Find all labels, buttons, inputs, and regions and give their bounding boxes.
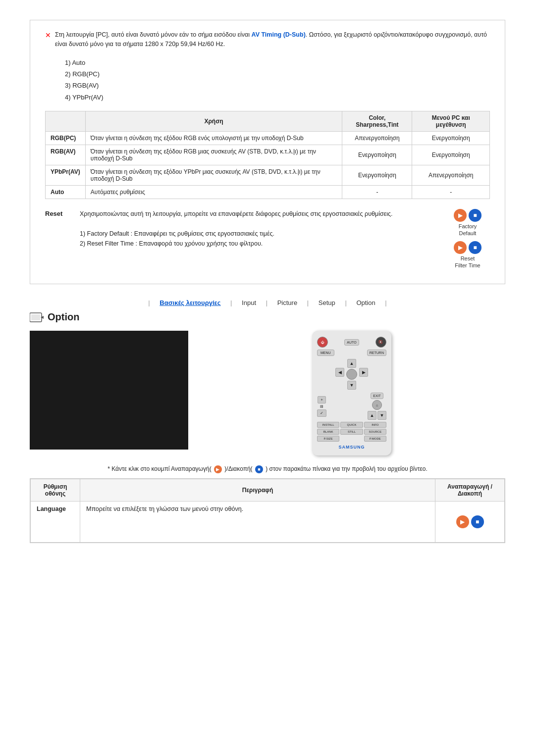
table-cell-col3: Απενεργοποίηση <box>412 165 490 186</box>
reset-filter-label: ResetFilter Time <box>455 255 480 269</box>
note-text-part3: ) στον παρακάτω πίνακα για την προβολή τ… <box>266 465 427 472</box>
quick-button[interactable]: QUICK <box>340 422 363 428</box>
psize-button[interactable]: P.SIZE <box>317 436 339 442</box>
source-button[interactable]: SOURCE <box>364 429 386 435</box>
table-header-usage: Χρήση <box>85 111 342 132</box>
auto-button[interactable]: AUTO <box>344 339 359 346</box>
up-button[interactable]: ▲ <box>347 359 356 368</box>
dpad-top-row: ▲ <box>347 359 356 368</box>
notice-highlight: AV Timing (D-Sub) <box>252 31 306 38</box>
play-icon: ▶ <box>214 465 222 473</box>
exit-button[interactable]: EXIT <box>371 393 383 399</box>
vol-label: ▤ <box>320 404 323 408</box>
reset-label: Reset <box>45 209 70 217</box>
remote-menu-row: MENU RETURN <box>317 350 386 356</box>
table-row: YPbPr(AV) Όταν γίνεται η σύνδεση της εξό… <box>46 165 490 186</box>
vol-down-button[interactable]: ▼ <box>377 411 386 420</box>
nav-item-picture[interactable]: Picture <box>277 299 297 306</box>
notice-icon: ✕ <box>45 31 51 39</box>
projector-display-image <box>30 331 188 450</box>
input-table: Χρήση Color, Sharpness,Tint Μενού PC και… <box>45 111 490 199</box>
settings-row-language: Language Μπορείτε να επιλέξετε τη γλώσσα… <box>31 502 505 543</box>
language-setting-description: Μπορείτε να επιλέξετε τη γλώσσα των μενο… <box>80 502 435 543</box>
factory-default-play-btn[interactable]: ▶ <box>454 209 467 222</box>
reset-description: Χρησιμοποιώντας αυτή τη λειτουργία, μπορ… <box>80 209 435 219</box>
table-cell-col3: Ενεργοποίηση <box>412 132 490 145</box>
table-cell-col2: Ενεργοποίηση <box>342 145 412 165</box>
table-header-menu: Μενού PC και μεγέθυνση <box>412 111 490 132</box>
table-cell-usage: Όταν γίνεται η σύνδεση της εξόδου YPbPr … <box>85 165 342 186</box>
factory-default-stop-btn[interactable]: ■ <box>469 209 482 222</box>
language-btn-area: ▶ ■ <box>441 505 498 538</box>
right-button[interactable]: ▶ <box>359 368 368 377</box>
mute-button[interactable]: 🔇 <box>375 337 386 348</box>
list-item: 4) YPbPr(AV) <box>65 92 490 103</box>
list-item: 3) RGB(AV) <box>65 80 490 91</box>
pmode-button[interactable]: P.MODE <box>364 436 386 442</box>
vol-up-button[interactable]: ▲ <box>368 411 376 420</box>
nav-separator: | <box>230 299 232 306</box>
table-cell-usage: Αυτόματες ρυθμίσεις <box>85 186 342 199</box>
reset-buttons: ▶ ■ FactoryDefault ▶ ■ ResetFilter Time <box>445 209 490 269</box>
language-setting-controls: ▶ ■ <box>435 502 505 543</box>
install-button[interactable]: INSTALL <box>317 422 339 428</box>
extra-button[interactable]: ⌂ <box>372 400 382 410</box>
option-content: ⏻ AUTO 🔇 MENU RETURN ▲ <box>30 331 505 455</box>
nav-item-setup[interactable]: Setup <box>319 299 335 306</box>
option-page-icon <box>30 312 44 323</box>
language-play-btn[interactable]: ▶ <box>456 515 469 528</box>
nav-separator: | <box>307 299 309 306</box>
d-pad: ▲ ◀ ▶ ▼ <box>334 359 369 390</box>
still-button[interactable]: STILL <box>340 429 363 435</box>
settings-header-name: Ρύθμιση οθόνης <box>31 479 80 502</box>
left-button[interactable]: ◀ <box>335 368 344 377</box>
table-cell-col2: Απενεργοποίηση <box>342 132 412 145</box>
settings-header-controls: Αναπαραγωγή / Διακοπή <box>435 479 505 502</box>
nav-separator: | <box>148 299 150 306</box>
option-section: Option ⏻ AUTO 🔇 MENU <box>30 311 505 455</box>
table-cell-col3: - <box>412 186 490 199</box>
table-cell-label: RGB(AV) <box>46 145 86 165</box>
settings-header-desc: Περιγραφή <box>80 479 435 502</box>
info-button[interactable]: INFO <box>364 422 386 428</box>
power-button[interactable]: ⏻ <box>317 337 328 348</box>
down-button[interactable]: ▼ <box>347 381 356 390</box>
list-item: 1) Auto <box>65 57 490 68</box>
dpad-bottom-row: ▼ <box>347 381 356 390</box>
remote-control: ⏻ AUTO 🔇 MENU RETURN ▲ <box>312 331 391 455</box>
nav-item-input[interactable]: Input <box>242 299 256 306</box>
note-bar: * Κάντε κλικ στο κουμπί Αναπαραγωγή( ▶ )… <box>30 465 505 473</box>
nav-separator: | <box>345 299 346 306</box>
nav-item-basic[interactable]: Βασικές λειτουργίες <box>160 299 220 306</box>
svg-marker-2 <box>41 316 44 319</box>
language-setting-name: Language <box>31 502 80 543</box>
nav-separator: | <box>385 299 386 306</box>
table-row: RGB(PC) Όταν γίνεται η σύνδεση της εξόδο… <box>46 132 490 145</box>
table-cell-usage: Όταν γίνεται η σύνδεση της εξόδου RGB εν… <box>85 132 342 145</box>
table-cell-label: YPbPr(AV) <box>46 165 86 186</box>
vol-exit-row: + ▤ ✓ EXIT ⌂ ▲ ▼ <box>317 393 386 420</box>
table-header-empty <box>46 111 86 132</box>
navigation-bar: | Βασικές λειτουργίες | Input | Picture … <box>15 299 520 306</box>
option-header: Option <box>30 311 505 323</box>
list-items: 1) Auto 2) RGB(PC) 3) RGB(AV) 4) YPbPr(A… <box>65 57 490 103</box>
factory-default-label: FactoryDefault <box>459 223 477 237</box>
table-cell-label: RGB(PC) <box>46 132 86 145</box>
reset-filter-play-btn[interactable]: ▶ <box>454 241 467 254</box>
vol-minus-button[interactable]: ✓ <box>317 409 326 417</box>
table-header-color: Color, Sharpness,Tint <box>342 111 412 132</box>
reset-item-1: 1) Factory Default : Επαναφέρει τις ρυθμ… <box>80 229 435 239</box>
reset-item-2: 2) Reset Filter Time : Επαναφορά του χρό… <box>80 239 435 249</box>
reset-filter-stop-btn[interactable]: ■ <box>469 241 482 254</box>
center-button[interactable] <box>346 369 357 380</box>
stop-icon: ■ <box>255 465 263 473</box>
return-button[interactable]: RETURN <box>367 350 386 356</box>
table-row: RGB(AV) Όταν γίνεται η σύνδεση της εξόδο… <box>46 145 490 165</box>
blank-button[interactable]: BLANK <box>317 429 339 435</box>
vol-plus-button[interactable]: + <box>318 396 326 403</box>
nav-item-option[interactable]: Option <box>356 299 375 306</box>
language-stop-btn[interactable]: ■ <box>471 515 484 528</box>
menu-button[interactable]: MENU <box>317 350 334 356</box>
table-cell-usage: Όταν γίνεται η σύνδεση της εξόδου RGB μι… <box>85 145 342 165</box>
dpad-middle-row: ◀ ▶ <box>335 368 368 381</box>
